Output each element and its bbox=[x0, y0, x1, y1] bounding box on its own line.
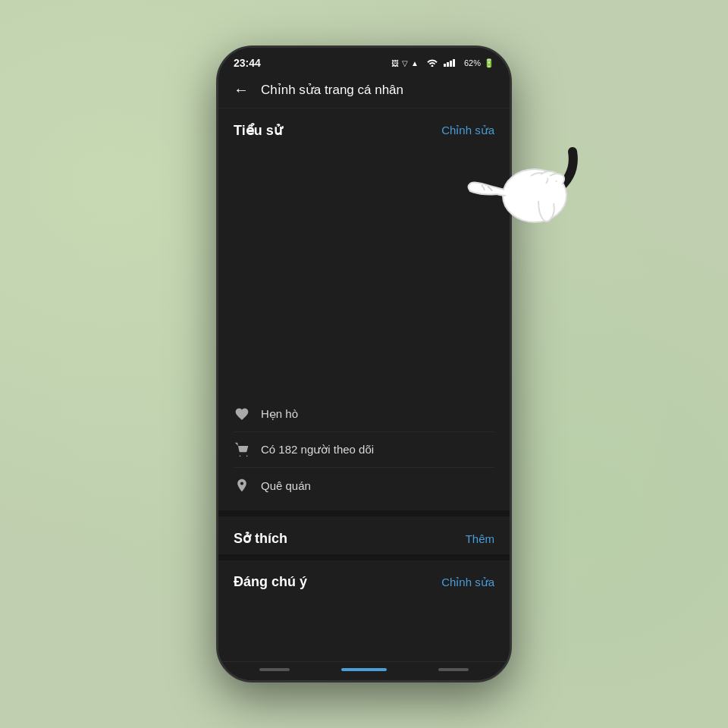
warning-icon: ▲ bbox=[411, 59, 419, 67]
followers-icon bbox=[234, 441, 250, 458]
followers-text: Có 182 người theo dõi bbox=[261, 443, 374, 457]
back-button[interactable]: ← bbox=[234, 81, 249, 99]
section-dang-chu-y-header: Đáng chú ý Chỉnh sửa bbox=[218, 560, 510, 598]
list-item: Quê quán bbox=[234, 468, 494, 503]
bottom-nav-bar bbox=[218, 661, 510, 680]
phone-wrapper: 23:44 🖼 ▽ ▲ bbox=[216, 46, 512, 682]
list-item: Hẹn hò bbox=[234, 397, 494, 432]
section-so-thich-header: Sở thích Thêm bbox=[218, 516, 510, 554]
status-icons: 🖼 ▽ ▲ bbox=[391, 58, 494, 68]
bottom-nav-right bbox=[438, 668, 469, 671]
nav-bar: ← Chỉnh sửa trang cá nhân bbox=[218, 74, 510, 108]
battery-icon: 🔋 bbox=[484, 58, 494, 68]
status-bar: 23:44 🖼 ▽ ▲ bbox=[218, 48, 510, 74]
section-dang-chu-y-title: Đáng chú ý bbox=[234, 574, 307, 590]
bottom-nav-center bbox=[341, 668, 387, 671]
section-so-thich-title: Sở thích bbox=[234, 530, 287, 547]
dating-status-text: Hẹn hò bbox=[261, 407, 298, 421]
content-area: Tiểu sử Chỉnh sửa Hẹn hò bbox=[218, 108, 510, 661]
screenshot-icon: ▽ bbox=[402, 59, 408, 67]
svg-rect-1 bbox=[447, 62, 449, 67]
chinh-sua-button[interactable]: Chỉnh sửa bbox=[441, 124, 494, 137]
signal-bars bbox=[444, 58, 459, 68]
chinh-sua-2-button[interactable]: Chỉnh sửa bbox=[441, 576, 494, 589]
phone-screen: 23:44 🖼 ▽ ▲ bbox=[218, 48, 510, 680]
hometown-text: Quê quán bbox=[261, 479, 311, 492]
bottom-nav-left bbox=[259, 668, 290, 671]
info-list: Hẹn hò Có 182 người theo dõi bbox=[218, 389, 510, 510]
section-divider bbox=[218, 510, 510, 516]
section-tieu-su-title: Tiểu sử bbox=[234, 122, 282, 139]
status-time: 23:44 bbox=[234, 57, 261, 69]
heart-icon bbox=[234, 406, 250, 422]
notification-icon: 🖼 bbox=[391, 59, 399, 67]
battery-level: 62% bbox=[464, 58, 481, 67]
svg-rect-3 bbox=[453, 59, 455, 67]
svg-rect-0 bbox=[444, 64, 446, 67]
section-divider-2 bbox=[218, 554, 510, 560]
page-title: Chỉnh sửa trang cá nhân bbox=[261, 82, 403, 98]
section-tieu-su-header: Tiểu sử Chỉnh sửa bbox=[218, 108, 510, 146]
location-icon bbox=[234, 477, 250, 494]
svg-rect-2 bbox=[450, 61, 452, 67]
profile-content-area bbox=[218, 146, 510, 389]
wifi-icon bbox=[426, 58, 438, 68]
them-button[interactable]: Thêm bbox=[466, 532, 494, 545]
phone-device: 23:44 🖼 ▽ ▲ bbox=[216, 46, 512, 682]
list-item: Có 182 người theo dõi bbox=[234, 432, 494, 468]
